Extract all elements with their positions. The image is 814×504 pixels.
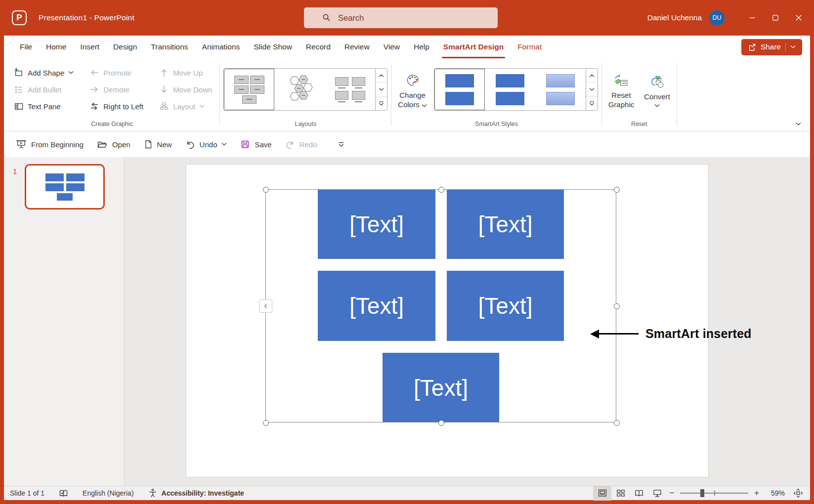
powerpoint-logo-icon[interactable]: P xyxy=(12,10,27,25)
annotation-arrow-icon xyxy=(590,330,599,338)
normal-view-button[interactable] xyxy=(593,486,611,501)
tab-home[interactable]: Home xyxy=(39,36,73,58)
share-chevron-down-icon[interactable] xyxy=(790,45,796,49)
selection-handle-bottom-right[interactable] xyxy=(614,420,620,426)
close-button[interactable] xyxy=(787,0,810,36)
layouts-gallery-more-button[interactable] xyxy=(376,97,387,110)
qat-overflow-button[interactable] xyxy=(338,141,345,148)
tab-help[interactable]: Help xyxy=(407,36,436,58)
accessibility-status[interactable]: Accessibility: Investigate xyxy=(148,488,244,498)
titlebar-right: Daniel Uchenna DU xyxy=(647,0,810,36)
selection-handle-top-left[interactable] xyxy=(263,187,269,193)
text-pane-button[interactable]: Text Pane xyxy=(12,98,76,115)
arrow-down-icon xyxy=(159,84,169,94)
tab-view[interactable]: View xyxy=(377,36,407,58)
tab-design[interactable]: Design xyxy=(106,36,144,58)
right-to-left-button[interactable]: Right to Left xyxy=(87,98,145,115)
tab-slide-show[interactable]: Slide Show xyxy=(247,36,299,58)
chevron-up-icon xyxy=(379,74,384,78)
slide-thumbnail[interactable] xyxy=(25,164,105,210)
text-pane-toggle-button[interactable] xyxy=(259,299,272,313)
create-graphic-group-label: Create Graphic xyxy=(6,121,218,131)
selection-handle-top-right[interactable] xyxy=(614,187,620,193)
ribbon-chrome: FileHomeInsertDesignTransitionsAnimation… xyxy=(4,36,810,157)
move-up-button: Move Up xyxy=(157,65,214,81)
redo-label: Redo xyxy=(300,140,317,149)
right-to-left-icon xyxy=(89,101,99,111)
titled-picture-layout-option[interactable] xyxy=(325,69,375,110)
user-name[interactable]: Daniel Uchenna xyxy=(647,13,702,22)
layouts-scroll-up-button[interactable] xyxy=(376,69,387,83)
styles-scroll-up-button[interactable] xyxy=(586,69,598,83)
add-bullet-label: Add Bullet xyxy=(28,85,61,94)
reset-graphic-label-line1: Reset xyxy=(611,90,631,100)
save-button[interactable]: Save xyxy=(240,139,271,149)
selection-handle-bottom-left[interactable] xyxy=(263,420,269,426)
fit-slide-to-window-button[interactable] xyxy=(789,486,807,501)
powerpoint-window: { "titlebar": { "title": "Presentation1 … xyxy=(0,0,814,504)
slide-thumbnail-number: 1 xyxy=(13,167,17,175)
group-divider xyxy=(219,63,220,126)
styles-gallery-more-button[interactable] xyxy=(586,97,598,110)
zoom-out-button[interactable]: − xyxy=(666,488,677,498)
create-graphic-group: Add ShapePromoteMove UpAdd BulletDemoteM… xyxy=(6,58,218,131)
chevron-down-icon xyxy=(68,71,74,75)
tab-file[interactable]: File xyxy=(13,36,39,58)
tab-record[interactable]: Record xyxy=(299,36,338,58)
open-label: Open xyxy=(112,140,130,149)
chevron-down-icon xyxy=(589,87,595,91)
selection-handle-bottom-center[interactable] xyxy=(438,420,444,426)
arrow-left-icon xyxy=(89,68,99,78)
subtle-gradient-style-option[interactable] xyxy=(535,69,586,110)
minimize-button[interactable] xyxy=(740,0,764,36)
convert-button[interactable]: Convert xyxy=(639,71,675,108)
styles-scroll-down-button[interactable] xyxy=(586,83,598,96)
layouts-gallery xyxy=(223,68,387,111)
tab-smartart-design[interactable]: SmartArt Design xyxy=(436,36,511,58)
promote-button: Promote xyxy=(87,65,145,81)
search-bar[interactable] xyxy=(304,7,498,28)
search-input[interactable] xyxy=(338,13,476,23)
picture-grid-layout-option[interactable] xyxy=(224,69,274,110)
selection-handle-middle-right[interactable] xyxy=(614,303,620,309)
zoom-slider[interactable] xyxy=(680,493,748,494)
language-indicator[interactable]: English (Nigeria) xyxy=(83,489,133,497)
undo-button[interactable]: Undo xyxy=(185,140,227,149)
layouts-scroll-down-button[interactable] xyxy=(376,83,387,96)
flat-scene-style-option[interactable] xyxy=(485,69,535,110)
add-shape-button[interactable]: Add Shape xyxy=(12,65,76,81)
slideshow-view-button[interactable] xyxy=(648,486,666,501)
text-pane-icon xyxy=(14,101,24,111)
selection-handle-top-center[interactable] xyxy=(438,187,444,193)
from-beginning-button[interactable]: From Beginning xyxy=(16,139,84,149)
tab-animations[interactable]: Animations xyxy=(195,36,247,58)
avatar[interactable]: DU xyxy=(709,10,725,26)
palette-icon xyxy=(405,73,420,88)
tab-transitions[interactable]: Transitions xyxy=(144,36,195,58)
tab-format[interactable]: Format xyxy=(511,36,549,58)
zoom-level[interactable]: 59% xyxy=(764,489,785,497)
zoom-slider-thumb[interactable] xyxy=(700,489,704,497)
arrow-up-icon xyxy=(159,68,169,78)
tab-insert[interactable]: Insert xyxy=(73,36,106,58)
demote-label: Demote xyxy=(103,85,129,94)
tab-review[interactable]: Review xyxy=(338,36,377,58)
reset-graphic-button[interactable]: Reset Graphic xyxy=(603,70,640,110)
text-pane-label: Text Pane xyxy=(28,102,61,111)
maximize-button[interactable] xyxy=(764,0,787,36)
slide[interactable]: [Text][Text][Text][Text][Text] xyxy=(186,165,708,477)
spellcheck-button[interactable] xyxy=(58,489,69,498)
primary-theme-style-option[interactable] xyxy=(434,69,485,110)
reset-graphic-label-line2: Graphic xyxy=(608,100,635,110)
change-colors-button[interactable]: Change Colors xyxy=(393,70,431,110)
new-button[interactable]: New xyxy=(144,139,172,149)
slide-sorter-view-button[interactable] xyxy=(611,486,630,501)
share-button[interactable]: Share xyxy=(741,39,802,55)
zoom-in-button[interactable]: + xyxy=(751,488,762,498)
slide-indicator[interactable]: Slide 1 of 1 xyxy=(10,489,44,497)
open-button[interactable]: Open xyxy=(97,140,130,149)
collapse-ribbon-button[interactable] xyxy=(796,122,801,126)
hexagon-cluster-layout-option[interactable] xyxy=(274,69,325,110)
reading-view-button[interactable] xyxy=(630,486,648,501)
layouts-group-label: Layouts xyxy=(221,121,389,131)
